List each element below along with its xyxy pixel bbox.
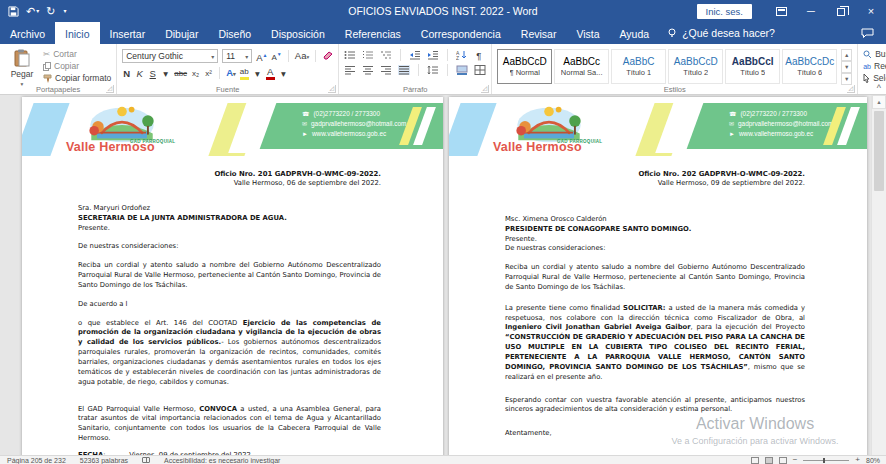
tab-referencias[interactable]: Referencias [335, 22, 411, 44]
accessibility-status[interactable]: Accesibilidad: es necesario investigar [157, 456, 287, 464]
letter-body-2: Oficio Nro. 202 GADPRVH-O-WMC-09-2022. V… [505, 169, 805, 439]
close-button[interactable]: × [856, 0, 886, 22]
align-right-icon[interactable] [380, 65, 392, 75]
tab-inicio[interactable]: Inicio [55, 22, 100, 44]
ribbon-display-options-button[interactable] [766, 0, 796, 22]
select-button[interactable]: Seleccionar▾ [863, 73, 886, 83]
sort-icon[interactable]: AZ [456, 50, 468, 60]
clipboard-dialog-launcher[interactable]: ◿ [106, 85, 114, 93]
read-mode-icon[interactable] [751, 457, 759, 464]
justify-icon[interactable] [398, 65, 410, 75]
font-color-button[interactable]: A [266, 66, 275, 80]
tab-vista[interactable]: Vista [566, 22, 609, 44]
website-url: www.vallehermoso.gob.ec [312, 130, 386, 137]
bold-button[interactable]: N [122, 68, 131, 79]
find-button[interactable]: Buscar▾ [863, 49, 886, 59]
underline-button[interactable]: S [148, 68, 157, 79]
salutation: De nuestras consideraciones: [505, 244, 805, 254]
clear-formatting-button[interactable] [322, 50, 333, 62]
print-layout-icon[interactable] [765, 457, 773, 464]
highlight-button[interactable]: ab [240, 66, 249, 80]
change-case-button[interactable]: Aa▾ [295, 50, 309, 63]
multilevel-list-icon[interactable] [380, 50, 392, 60]
tab-archivo[interactable]: Archivo [0, 22, 55, 44]
grow-font-button[interactable]: A▲ [256, 50, 267, 63]
redo-button[interactable]: ↻ [46, 6, 55, 17]
copy-button[interactable]: Copiar [43, 61, 111, 71]
group-estilos: AaBbCcD¶ Normal AaBbCcNormal Sa... AaBbC… [492, 44, 858, 94]
restore-button[interactable] [826, 0, 856, 22]
tell-me-box[interactable]: ¿Qué desea hacer? [659, 22, 783, 44]
format-painter-button[interactable]: Copiar formato [43, 73, 111, 83]
increase-indent-icon[interactable] [427, 50, 439, 60]
superscript-button[interactable]: x² [204, 68, 213, 79]
web-layout-icon[interactable] [779, 457, 787, 464]
zoom-in-icon[interactable]: + [855, 456, 860, 464]
highlight-dropdown-icon[interactable]: ▾ [253, 68, 262, 79]
font-dialog-launcher[interactable]: ◿ [328, 85, 336, 93]
style-titulo-2[interactable]: AaBbCcDTítulo 2 [668, 49, 723, 84]
strikethrough-button[interactable]: abc [174, 68, 187, 79]
word-count[interactable]: 52363 palabras [73, 456, 135, 464]
scroll-up-icon[interactable]: ▲ [872, 95, 886, 109]
document-area: GAD PARROQUIAL Valle Hermoso ☎(02)277322… [0, 95, 886, 455]
styles-dialog-launcher[interactable]: ◿ [847, 85, 855, 93]
tab-ayuda[interactable]: Ayuda [610, 22, 660, 44]
decrease-indent-icon[interactable] [409, 50, 421, 60]
tab-diseno[interactable]: Diseño [208, 22, 261, 44]
underline-dropdown-icon[interactable]: ▾ [161, 68, 170, 79]
styles-more-icon[interactable]: ▼ [841, 73, 852, 85]
save-icon[interactable] [8, 6, 19, 17]
collapse-ribbon-icon[interactable]: ^ [877, 83, 881, 93]
font-size-combobox[interactable]: 11▾ [222, 49, 252, 63]
line-spacing-icon[interactable] [427, 65, 439, 75]
paste-button[interactable]: Pegar ▾ [5, 47, 39, 87]
font-name-combobox[interactable]: Century Gothic▾ [122, 49, 218, 63]
phone-number: (02)2773220 / 2773300 [740, 110, 806, 117]
replace-button[interactable]: abReemplazar [863, 61, 886, 71]
phone-number: (02)2773220 / 2773300 [313, 110, 379, 117]
zoom-slider[interactable] [803, 460, 849, 461]
proofing-status[interactable] [135, 456, 157, 464]
undo-button[interactable]: ↶▾ [26, 6, 39, 17]
align-center-icon[interactable] [362, 65, 374, 75]
borders-icon[interactable] [474, 65, 486, 75]
group-fuente: Century Gothic▾ 11▾ A▲ A▼ Aa▾ N K S▾ abc… [117, 44, 339, 94]
scrollbar-thumb[interactable] [874, 111, 884, 191]
align-left-icon[interactable] [344, 65, 356, 75]
paragraph-dialog-launcher[interactable]: ◿ [481, 85, 489, 93]
styles-scroll-up-icon[interactable]: ▲ [841, 49, 852, 61]
shading-icon[interactable] [456, 65, 468, 75]
cut-button[interactable]: ✂Cortar [43, 49, 111, 59]
style-titulo-1[interactable]: AaBbCTítulo 1 [611, 49, 666, 84]
phone-icon: ☎ [729, 110, 736, 117]
comment-icon[interactable] [861, 28, 874, 39]
zoom-level[interactable]: 80% [866, 456, 880, 464]
sign-in-button[interactable]: Inic. ses. [697, 4, 753, 19]
style-titulo-5[interactable]: AaBbCcITítulo 5 [725, 49, 780, 84]
zoom-out-icon[interactable]: − [793, 456, 798, 464]
paragraph: o que establece el Art. 146 del COOTAD E… [78, 319, 381, 388]
style-titulo-6[interactable]: AaBbCcDcTítulo 6 [782, 49, 837, 84]
tab-correspondencia[interactable]: Correspondencia [411, 22, 511, 44]
zoom-slider-thumb[interactable] [823, 458, 825, 463]
tab-revisar[interactable]: Revisar [511, 22, 567, 44]
subscript-button[interactable]: x₂ [191, 68, 200, 79]
tab-disposicion[interactable]: Disposición [261, 22, 335, 44]
bullets-icon[interactable] [344, 50, 356, 60]
italic-button[interactable]: K [135, 68, 144, 79]
style-normal[interactable]: AaBbCcD¶ Normal [497, 49, 552, 84]
vertical-scrollbar[interactable]: ▲ [871, 95, 886, 455]
numbering-icon[interactable] [362, 50, 374, 60]
tab-insertar[interactable]: Insertar [100, 22, 156, 44]
minimize-button[interactable]: ─ [796, 0, 826, 22]
shrink-font-button[interactable]: A▼ [272, 49, 282, 63]
style-normal-sa[interactable]: AaBbCcNormal Sa... [554, 49, 609, 84]
font-color-dropdown-icon[interactable]: ▾ [279, 68, 288, 79]
page-indicator[interactable]: Página 205 de 232 [0, 456, 73, 464]
styles-scroll-down-icon[interactable]: ▼ [841, 61, 852, 73]
show-marks-button[interactable]: ¶ [474, 50, 483, 61]
text-effects-button[interactable]: A▾ [226, 67, 236, 80]
tab-dibujar[interactable]: Dibujar [155, 22, 208, 44]
customize-qat-icon[interactable]: ▾ [63, 8, 66, 14]
